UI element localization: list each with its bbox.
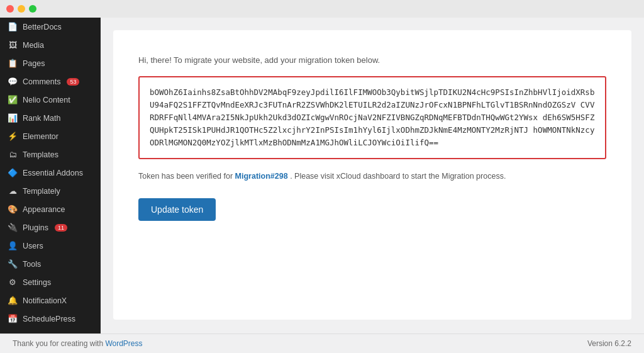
verified-prefix: Token has been verified for bbox=[138, 172, 235, 181]
sidebar-item-notificationx[interactable]: 🔔NotificationX bbox=[0, 291, 101, 310]
sidebar-label-media: Media bbox=[23, 41, 44, 50]
sidebar-item-elementor[interactable]: ⚡Elementor bbox=[0, 127, 101, 145]
tools-icon: 🔧 bbox=[8, 259, 18, 269]
token-box[interactable]: bOWOhZ6Iainhs8ZsaBtOhhDV2MAbqF9zeyJpdilI… bbox=[138, 76, 606, 159]
sidebar-item-essential-addons[interactable]: 🔷Essential Addons bbox=[0, 164, 101, 182]
sidebar-item-appearance[interactable]: 🎨Appearance bbox=[0, 200, 101, 218]
sidebar-label-templates: Templates bbox=[23, 150, 58, 159]
verified-suffix: . Please visit xCloud dashboard to start… bbox=[290, 172, 506, 181]
sidebar-label-notificationx: NotificationX bbox=[23, 296, 67, 305]
sidebar-label-essential-addons: Essential Addons bbox=[23, 169, 83, 177]
footer: Thank you for creating with WordPress Ve… bbox=[0, 333, 644, 353]
update-token-button[interactable]: Update token bbox=[138, 198, 216, 221]
badge-comments: 53 bbox=[67, 78, 79, 86]
app-body: 📄BetterDocs🖼Media📋Pages💬Comments53✅Nelio… bbox=[0, 18, 644, 333]
users-icon: 👤 bbox=[8, 241, 18, 250]
footer-text: Thank you for creating with WordPress bbox=[13, 339, 143, 348]
sidebar-label-templately: Templately bbox=[23, 187, 60, 196]
pages-icon: 📋 bbox=[8, 59, 18, 68]
sidebar-label-appearance: Appearance bbox=[23, 205, 65, 214]
sidebar-label-comments: Comments bbox=[23, 77, 60, 86]
sidebar-item-templates[interactable]: 🗂Templates bbox=[0, 145, 101, 164]
sidebar-label-nelio-content: Nelio Content bbox=[23, 96, 70, 104]
title-bar bbox=[0, 0, 644, 18]
sidebar-label-pages: Pages bbox=[23, 59, 45, 68]
sidebar-label-users: Users bbox=[23, 242, 43, 250]
intro-text: Hi, there! To migrate your website, add … bbox=[138, 55, 606, 65]
sidebar-label-elementor: Elementor bbox=[23, 132, 58, 141]
sidebar-label-settings: Settings bbox=[23, 278, 51, 287]
sidebar-item-templately[interactable]: ☁Templately bbox=[0, 182, 101, 200]
sidebar-item-tools[interactable]: 🔧Tools bbox=[0, 255, 101, 273]
media-icon: 🖼 bbox=[8, 40, 18, 50]
betterdocs-icon: 📄 bbox=[8, 22, 18, 31]
sidebar: 📄BetterDocs🖼Media📋Pages💬Comments53✅Nelio… bbox=[0, 18, 101, 333]
close-button[interactable] bbox=[6, 5, 14, 13]
nelio-content-icon: ✅ bbox=[8, 95, 18, 104]
sidebar-label-tools: Tools bbox=[23, 260, 41, 269]
wordpress-link[interactable]: WordPress bbox=[105, 339, 142, 348]
badge-plugins: 11 bbox=[55, 224, 67, 232]
sidebar-item-schedulepress[interactable]: 📅SchedulePress bbox=[0, 310, 101, 328]
elementor-icon: ⚡ bbox=[8, 132, 18, 141]
comments-icon: 💬 bbox=[8, 77, 18, 86]
plugins-icon: 🔌 bbox=[8, 223, 18, 232]
migration-link[interactable]: Migration#298 bbox=[235, 172, 288, 181]
sidebar-item-settings[interactable]: ⚙Settings bbox=[0, 273, 101, 291]
rank-math-icon: 📊 bbox=[8, 113, 18, 123]
schedulepress-icon: 📅 bbox=[8, 314, 18, 323]
notificationx-icon: 🔔 bbox=[8, 296, 18, 305]
sidebar-item-blogvault[interactable]: 🛡BlogVault bbox=[0, 328, 101, 333]
sidebar-item-comments[interactable]: 💬Comments53 bbox=[0, 72, 101, 91]
sidebar-item-nelio-content[interactable]: ✅Nelio Content bbox=[0, 91, 101, 109]
sidebar-item-pages[interactable]: 📋Pages bbox=[0, 54, 101, 72]
templately-icon: ☁ bbox=[8, 186, 18, 196]
settings-icon: ⚙ bbox=[8, 277, 18, 287]
sidebar-item-plugins[interactable]: 🔌Plugins11 bbox=[0, 218, 101, 237]
sidebar-item-betterdocs[interactable]: 📄BetterDocs bbox=[0, 18, 101, 36]
sidebar-label-schedulepress: SchedulePress bbox=[23, 315, 75, 323]
minimize-button[interactable] bbox=[18, 5, 25, 13]
content-card: Hi, there! To migrate your website, add … bbox=[113, 30, 631, 320]
sidebar-item-rank-math[interactable]: 📊Rank Math bbox=[0, 109, 101, 127]
templates-icon: 🗂 bbox=[8, 150, 18, 159]
maximize-button[interactable] bbox=[29, 5, 36, 13]
sidebar-label-plugins: Plugins bbox=[23, 223, 48, 232]
verified-text: Token has been verified for Migration#29… bbox=[138, 172, 606, 181]
sidebar-label-blogvault: BlogVault bbox=[23, 333, 56, 334]
appearance-icon: 🎨 bbox=[8, 205, 18, 214]
sidebar-label-rank-math: Rank Math bbox=[23, 114, 60, 123]
sidebar-item-media[interactable]: 🖼Media bbox=[0, 36, 101, 54]
blogvault-icon: 🛡 bbox=[8, 332, 18, 333]
main-content: Hi, there! To migrate your website, add … bbox=[101, 18, 644, 333]
version-text: Version 6.2.2 bbox=[587, 339, 631, 348]
sidebar-item-users[interactable]: 👤Users bbox=[0, 237, 101, 255]
essential-addons-icon: 🔷 bbox=[8, 168, 18, 177]
sidebar-label-betterdocs: BetterDocs bbox=[23, 23, 62, 31]
